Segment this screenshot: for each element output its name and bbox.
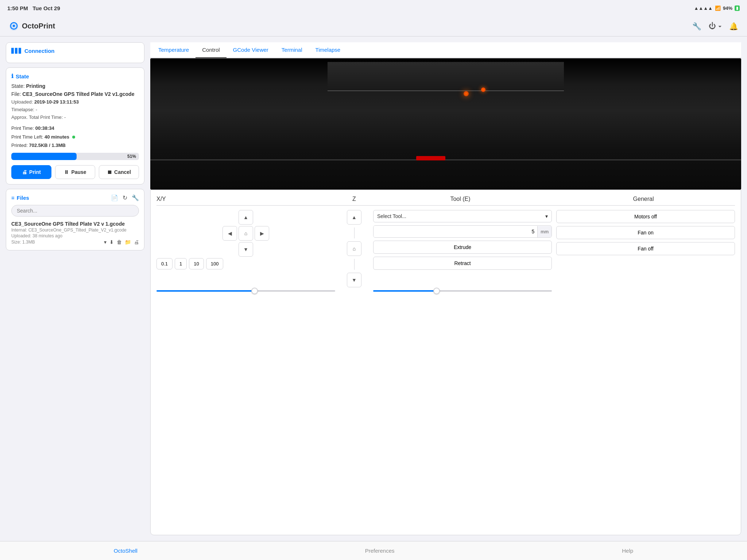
- step-100-button[interactable]: 100: [206, 258, 224, 269]
- extrude-button[interactable]: Extrude: [373, 241, 552, 254]
- printer-icon: 🖨: [22, 169, 27, 175]
- footer-tab-preferences[interactable]: Preferences: [358, 545, 402, 557]
- file-download-icon[interactable]: ⬇: [109, 239, 114, 245]
- tab-timelapse[interactable]: Timelapse: [309, 42, 347, 58]
- cancel-button[interactable]: ⏹ Cancel: [99, 165, 139, 179]
- z-plus-button[interactable]: ▲: [347, 210, 361, 225]
- footer-tab-help[interactable]: Help: [615, 545, 640, 557]
- z-divider: [354, 228, 355, 238]
- octoprint-logo-icon: [9, 21, 19, 31]
- progress-bar-fill: [11, 153, 77, 160]
- tool-speed-slider[interactable]: [373, 290, 552, 292]
- xy-slider-container: [156, 290, 335, 292]
- file-internal-path: Internal: CE3_SourceOne_GPS_Tilted_Plate…: [11, 228, 139, 233]
- xy-home-button[interactable]: ⌂: [239, 226, 253, 241]
- pause-button-label: Pause: [71, 169, 86, 175]
- y-plus-button[interactable]: ▲: [239, 210, 253, 225]
- nozzle-glow: [464, 91, 469, 96]
- file-action-icons: ▾ ⬇ 🗑 📁 🖨: [104, 239, 139, 245]
- y-minus-button[interactable]: ▼: [239, 242, 253, 257]
- extrude-label: Extrude: [454, 244, 471, 250]
- motors-off-button[interactable]: Motors off: [556, 210, 735, 223]
- footer-preferences-label: Preferences: [365, 548, 395, 554]
- info-icon: ℹ: [11, 73, 13, 79]
- mm-input-row: mm: [373, 225, 552, 238]
- timelapse-value: -: [36, 107, 37, 112]
- nav-bar: OctoPrint 🔧 ⏻ ▾ 🔔: [0, 16, 747, 36]
- pause-icon: ⏸: [64, 169, 69, 175]
- camera-container: [150, 58, 741, 190]
- tool-select-chevron-icon: ▾: [545, 213, 548, 219]
- fan-off-button[interactable]: Fan off: [556, 242, 735, 255]
- nav-actions: 🔧 ⏻ ▾ 🔔: [692, 22, 738, 31]
- wrench-small-icon[interactable]: 🔧: [132, 194, 139, 201]
- pause-button[interactable]: ⏸ Pause: [55, 165, 95, 179]
- printed-label: Printed:: [11, 143, 28, 148]
- power-button[interactable]: ⏻ ▾: [709, 22, 722, 30]
- wrench-button[interactable]: 🔧: [692, 22, 701, 31]
- tab-control[interactable]: Control: [196, 42, 226, 58]
- signal-icon: ▋▋▋: [11, 48, 22, 54]
- z-minus-button[interactable]: ▼: [347, 273, 361, 287]
- file-folder-icon[interactable]: 📁: [125, 239, 131, 245]
- tab-temperature[interactable]: Temperature: [152, 42, 196, 58]
- file-search-input[interactable]: [11, 205, 139, 217]
- files-card: ≡ Files 📄 ↻ 🔧 CE3_SourceOne GPS Tilted P…: [6, 189, 144, 250]
- footer-octoshell-label: OctoShell: [114, 548, 138, 554]
- file-print-icon[interactable]: 🖨: [134, 239, 139, 245]
- x-minus-button[interactable]: ◀: [222, 226, 237, 241]
- main-content: ▋▋▋ Connection ℹ State State: Printing F…: [0, 36, 747, 541]
- file-size-label: Size:: [11, 240, 21, 245]
- tab-terminal-label: Terminal: [282, 47, 302, 53]
- xy-speed-slider[interactable]: [156, 290, 335, 292]
- list-icon: ≡: [11, 195, 15, 201]
- file-row: File: CE3_SourceOne GPS Tilted Plate V2 …: [11, 91, 139, 97]
- file-size: Size: 1.3MB: [11, 240, 35, 245]
- progress-label: 51%: [127, 154, 136, 159]
- footer-tab-octoshell[interactable]: OctoShell: [107, 545, 145, 557]
- sliders-row: [156, 290, 735, 292]
- print-time-left-label: Print Time Left:: [11, 134, 43, 140]
- general-slider-spacer: [556, 290, 735, 292]
- tab-gcode[interactable]: GCode Viewer: [227, 42, 275, 58]
- bell-button[interactable]: 🔔: [729, 22, 738, 31]
- file-dropdown-icon[interactable]: ▾: [104, 239, 107, 245]
- files-title: ≡ Files: [11, 195, 29, 201]
- print-button[interactable]: 🖨 Print: [11, 165, 51, 179]
- tool-select-label: Select Tool...: [377, 213, 406, 219]
- time-display: 1:50 PM: [7, 5, 28, 11]
- step-10-button[interactable]: 10: [189, 258, 204, 269]
- file-icon[interactable]: 📄: [111, 194, 118, 201]
- step-1-button[interactable]: 1: [175, 258, 187, 269]
- step-01-button[interactable]: 0.1: [156, 258, 173, 269]
- controls-header: X/Y Z Tool (E) General: [156, 196, 735, 206]
- tab-timelapse-label: Timelapse: [316, 47, 341, 53]
- tab-terminal[interactable]: Terminal: [275, 42, 309, 58]
- x-plus-button[interactable]: ▶: [255, 226, 269, 241]
- file-delete-icon[interactable]: 🗑: [117, 239, 122, 245]
- state-label-text: State:: [11, 83, 25, 89]
- state-header: ℹ State: [11, 73, 139, 79]
- camera-image: [150, 58, 741, 190]
- battery-icon: ▮: [735, 5, 740, 11]
- wifi-icon: 📶: [715, 5, 721, 11]
- xy-title: X/Y: [156, 196, 340, 206]
- mm-input[interactable]: [374, 226, 537, 237]
- fan-on-button[interactable]: Fan on: [556, 226, 735, 239]
- print-button-label: Print: [29, 169, 41, 175]
- stop-icon: ⏹: [107, 169, 112, 175]
- refresh-icon[interactable]: ↻: [123, 194, 127, 201]
- z-home-button[interactable]: ⌂: [347, 241, 361, 256]
- fan-on-label: Fan on: [638, 230, 654, 236]
- tab-control-label: Control: [202, 47, 220, 53]
- print-time-label: Print Time:: [11, 125, 34, 131]
- print-head: [328, 62, 564, 91]
- green-dot: [72, 136, 75, 139]
- print-stats: Print Time: 00:38:34 Print Time Left: 40…: [11, 124, 139, 149]
- retract-button[interactable]: Retract: [373, 257, 552, 270]
- action-buttons: 🖨 Print ⏸ Pause ⏹ Cancel: [11, 165, 139, 179]
- tool-select[interactable]: Select Tool... ▾: [373, 210, 552, 222]
- file-name: CE3_SourceOne GPS Tilted Plate V2 v 1.gc…: [11, 221, 139, 227]
- file-value: CE3_SourceOne GPS Tilted Plate V2 v1.gco…: [22, 91, 134, 97]
- tool-controls: Select Tool... ▾ mm Extrude Retract: [373, 210, 552, 270]
